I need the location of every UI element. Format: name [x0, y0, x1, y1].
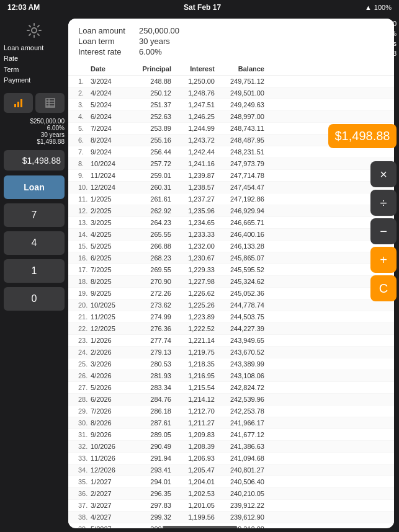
btn-7[interactable]: 7 [4, 203, 65, 227]
cell-balance: 241,094.68 [215, 454, 264, 463]
cell-principal: 251.37 [128, 100, 171, 109]
table-row: 33. 11/2026 291.94 1,206.93 241,094.68 [68, 453, 394, 464]
table-row: 13. 3/2025 264.23 1,234.65 246,665.71 [68, 217, 394, 229]
clear-button[interactable]: C [370, 275, 397, 301]
cell-interest: 1,215.54 [171, 383, 215, 392]
cell-balance: 249,501.00 [215, 89, 264, 97]
btn-row-4: 4 [4, 231, 65, 255]
rv-amount: $250,000.00 [359, 20, 397, 27]
status-date: Sat Feb 17 [184, 3, 221, 12]
display-term: 30 years [4, 131, 65, 138]
cell-balance: 246,665.71 [215, 218, 264, 227]
cell-principal: 297.83 [128, 501, 171, 510]
cell-num: 33. [78, 454, 91, 463]
table-row: 26. 4/2026 281.93 1,216.95 243,108.06 [68, 370, 394, 382]
rv-payment: $1,498.88 [366, 50, 397, 57]
cell-interest: 1,243.72 [171, 136, 215, 144]
table-row: 28. 6/2026 284.76 1,214.12 242,539.96 [68, 394, 394, 406]
status-time: 12:03 AM [7, 3, 40, 12]
btn-1[interactable]: 1 [4, 259, 65, 283]
cell-date: 4/2026 [91, 371, 128, 380]
cell-principal: 273.62 [128, 301, 171, 309]
cell-interest: 1,229.33 [171, 265, 215, 274]
cell-interest: 1,250.00 [171, 77, 215, 86]
term-label: Term [4, 65, 65, 74]
cell-principal: 276.36 [128, 324, 171, 333]
cell-num: 13. [78, 218, 91, 227]
btn-row-0: 0 [4, 287, 65, 311]
cell-date: 7/2025 [91, 265, 128, 274]
table-row: 24. 2/2026 279.13 1,219.75 243,670.52 [68, 347, 394, 358]
cell-balance: 245,595.52 [215, 265, 264, 274]
cell-num: 15. [78, 242, 91, 250]
cell-date: 12/2026 [91, 466, 128, 474]
cell-num: 29. [78, 407, 91, 415]
cell-balance: 243,389.99 [215, 360, 264, 368]
plus-button[interactable]: + [370, 247, 397, 273]
cell-num: 35. [78, 477, 91, 486]
chart-tab-button[interactable] [4, 93, 33, 113]
cell-interest: 1,230.67 [171, 254, 215, 262]
settings-icon-row [4, 22, 65, 38]
cell-num: 3. [78, 100, 91, 109]
cell-num: 32. [78, 442, 91, 451]
cell-balance: 248,743.11 [215, 124, 264, 133]
cell-num: 30. [78, 419, 91, 427]
btn-row-1: 1 [4, 259, 65, 283]
cell-interest: 1,221.14 [171, 336, 215, 345]
table-row: 37. 3/2027 297.83 1,201.05 239,912.22 [68, 500, 394, 512]
cell-balance: 239,612.90 [215, 513, 264, 521]
cell-date: 5/2025 [91, 242, 128, 250]
svg-rect-1 [14, 104, 16, 107]
divide-button[interactable]: ÷ [370, 190, 397, 216]
table-row: 38. 4/2027 299.32 1,199.56 239,612.90 [68, 512, 394, 523]
cell-num: 19. [78, 289, 91, 298]
cell-principal: 262.92 [128, 206, 171, 215]
btn-4[interactable]: 4 [4, 231, 65, 255]
loan-rate-value: 6.00% [139, 47, 162, 56]
cell-date: 6/2025 [91, 254, 128, 262]
cell-interest: 1,232.00 [171, 242, 215, 250]
rv-term: 30 years [370, 40, 397, 47]
cell-principal: 277.74 [128, 336, 171, 345]
cell-interest: 1,209.83 [171, 430, 215, 439]
cell-num: 6. [78, 136, 91, 144]
display-amount: $250,000.00 [4, 118, 65, 125]
cell-principal: 284.76 [128, 395, 171, 404]
cell-date: 12/2025 [91, 324, 128, 333]
cell-date: 10/2026 [91, 442, 128, 451]
cell-date: 8/2025 [91, 277, 128, 286]
loan-rate-label: Interest rate [78, 47, 134, 56]
table-tab-button[interactable] [35, 93, 65, 113]
cell-principal: 299.32 [128, 513, 171, 521]
loan-amount-value: 250,000.00 [139, 26, 179, 35]
cell-principal: 256.44 [128, 148, 171, 156]
cell-date: 6/2026 [91, 395, 128, 404]
cell-balance: 248,997.00 [215, 112, 264, 121]
cell-principal: 250.12 [128, 89, 171, 97]
cell-principal: 253.89 [128, 124, 171, 133]
btn-0[interactable]: 0 [4, 287, 65, 311]
cell-interest: 1,247.51 [171, 100, 215, 109]
loan-button[interactable]: Loan [4, 175, 65, 199]
cell-num: 22. [78, 324, 91, 333]
table-row: 17. 7/2025 269.55 1,229.33 245,595.52 [68, 264, 394, 276]
cell-num: 10. [78, 183, 91, 192]
minus-button[interactable]: − [370, 218, 397, 244]
cell-date: 4/2027 [91, 513, 128, 521]
battery-text: 100% [374, 4, 392, 11]
cell-balance: 245,324.62 [215, 277, 264, 286]
cell-num: 12. [78, 206, 91, 215]
cell-interest: 1,246.25 [171, 112, 215, 121]
multiply-button[interactable]: × [370, 161, 397, 187]
cell-num: 17. [78, 265, 91, 274]
col-balance-header: Balance [215, 65, 264, 73]
table-row: 9. 11/2024 259.01 1,239.87 247,714.78 [68, 170, 394, 182]
table-row: 11. 1/2025 261.61 1,237.27 247,192.86 [68, 193, 394, 205]
cell-num: 5. [78, 124, 91, 133]
cell-date: 3/2026 [91, 360, 128, 368]
cell-interest: 1,237.27 [171, 195, 215, 203]
col-num-header [78, 65, 91, 73]
loan-amount-line: Loan amount 250,000.00 [78, 26, 384, 35]
cell-principal: 259.01 [128, 171, 171, 180]
